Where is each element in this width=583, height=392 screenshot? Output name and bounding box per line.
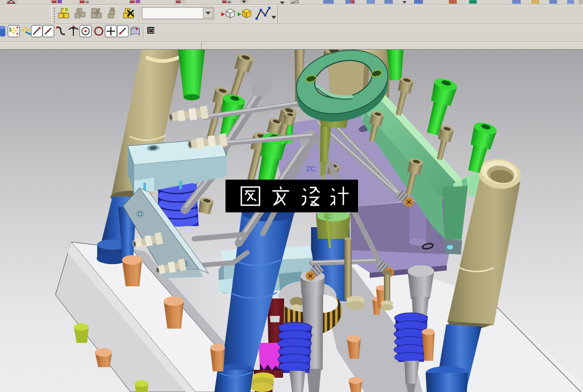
svg-text:ZC: ZC xyxy=(306,165,315,173)
svg-text:XC: XC xyxy=(323,213,332,220)
